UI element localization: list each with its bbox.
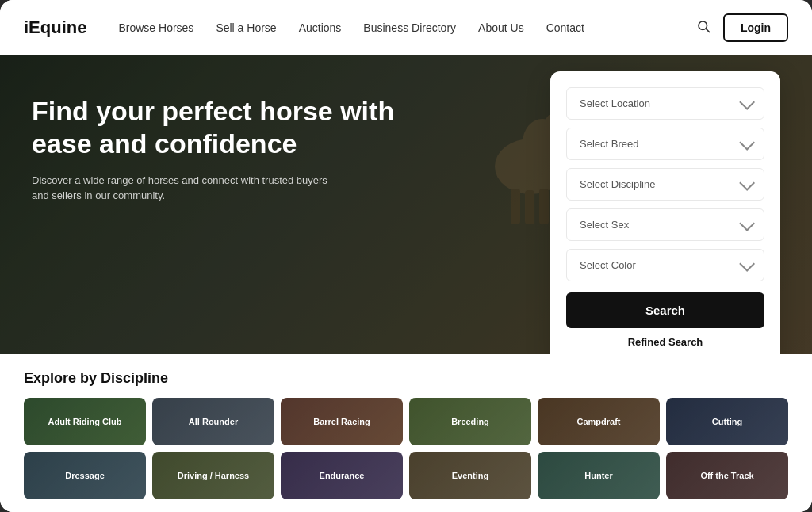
discipline-label: Adult Riding Club xyxy=(45,415,125,429)
select-label-discipline: Select Discipline xyxy=(580,178,655,190)
discipline-label: All Rounder xyxy=(186,415,241,429)
select-discipline[interactable]: Select Discipline xyxy=(566,168,764,201)
select-breed[interactable]: Select Breed xyxy=(566,128,764,160)
chevron-down-icon xyxy=(739,215,755,231)
discipline-card-overlay: Off the Track xyxy=(666,452,788,499)
discipline-grid-row2: DressageDriving / HarnessEnduranceEventi… xyxy=(24,452,788,499)
search-icon[interactable] xyxy=(696,19,710,36)
navbar: iEquine Browse HorsesSell a HorseAuction… xyxy=(0,0,812,55)
discipline-label: Cutting xyxy=(709,415,745,429)
select-color[interactable]: Select Color xyxy=(566,249,764,281)
nav-link-contact[interactable]: Contact xyxy=(546,21,584,34)
select-location[interactable]: Select Location xyxy=(566,87,764,120)
discipline-card-overlay: Hunter xyxy=(538,452,660,499)
discipline-label: Campdraft xyxy=(573,415,623,429)
discipline-card[interactable]: Hunter xyxy=(538,452,660,499)
discipline-label: Driving / Harness xyxy=(174,468,252,483)
discipline-card-overlay: Cutting xyxy=(666,398,788,445)
select-label-location: Select Location xyxy=(580,97,650,109)
nav-link-auctions[interactable]: Auctions xyxy=(299,21,342,34)
discipline-card-overlay: Dressage xyxy=(24,452,146,499)
discipline-card-overlay: Driving / Harness xyxy=(152,452,274,499)
discipline-label: Endurance xyxy=(316,468,368,483)
nav-link-business-directory[interactable]: Business Directory xyxy=(363,21,456,34)
discipline-label: Breeding xyxy=(448,415,492,429)
hero-section: Find your perfect horse with ease and co… xyxy=(0,55,812,354)
nav-link-about-us[interactable]: About Us xyxy=(478,21,524,34)
discipline-card-overlay: Eventing xyxy=(409,452,531,499)
login-button[interactable]: Login xyxy=(723,13,788,42)
explore-section: Explore by Discipline Adult Riding ClubA… xyxy=(0,354,812,512)
select-sex[interactable]: Select Sex xyxy=(566,208,764,241)
discipline-label: Dressage xyxy=(62,468,108,483)
discipline-card-overlay: Endurance xyxy=(281,452,403,499)
select-label-breed: Select Breed xyxy=(580,138,638,150)
chevron-down-icon xyxy=(739,255,755,271)
navbar-actions: Login xyxy=(696,13,788,42)
discipline-grid-row1: Adult Riding ClubAll RounderBarrel Racin… xyxy=(24,398,788,445)
discipline-label: Off the Track xyxy=(697,468,756,483)
search-button[interactable]: Search xyxy=(566,292,764,328)
discipline-card-overlay: Barrel Racing xyxy=(281,398,403,445)
explore-title: Explore by Discipline xyxy=(24,370,788,387)
discipline-card[interactable]: Dressage xyxy=(24,452,146,499)
discipline-card[interactable]: Eventing xyxy=(409,452,531,499)
brand-logo[interactable]: iEquine xyxy=(24,17,86,38)
search-panel: Select LocationSelect BreedSelect Discip… xyxy=(550,71,780,354)
discipline-card[interactable]: Adult Riding Club xyxy=(24,398,146,445)
svg-rect-6 xyxy=(525,190,534,224)
select-label-color: Select Color xyxy=(580,259,636,271)
svg-line-1 xyxy=(706,29,709,32)
discipline-card-overlay: Campdraft xyxy=(538,398,660,445)
discipline-card[interactable]: Barrel Racing xyxy=(281,398,403,445)
discipline-card[interactable]: Off the Track xyxy=(666,452,788,499)
discipline-label: Eventing xyxy=(449,468,492,483)
discipline-card-overlay: All Rounder xyxy=(152,398,274,445)
discipline-card-overlay: Adult Riding Club xyxy=(24,398,146,445)
discipline-card-overlay: Breeding xyxy=(409,398,531,445)
discipline-card[interactable]: Endurance xyxy=(281,452,403,499)
hero-subtitle: Discover a wide range of horses and conn… xyxy=(32,173,333,204)
nav-link-sell-horse[interactable]: Sell a Horse xyxy=(216,21,276,34)
hero-title: Find your perfect horse with ease and co… xyxy=(32,95,415,160)
discipline-card[interactable]: All Rounder xyxy=(152,398,274,445)
discipline-label: Hunter xyxy=(581,468,615,483)
discipline-label: Barrel Racing xyxy=(310,415,373,429)
nav-link-browse-horses[interactable]: Browse Horses xyxy=(118,21,193,34)
chevron-down-icon xyxy=(739,94,755,109)
refined-search-link[interactable]: Refined Search xyxy=(566,336,764,348)
discipline-card[interactable]: Campdraft xyxy=(538,398,660,445)
svg-rect-5 xyxy=(511,189,520,224)
select-label-sex: Select Sex xyxy=(580,219,629,231)
svg-rect-7 xyxy=(539,189,549,224)
nav-links: Browse HorsesSell a HorseAuctionsBusines… xyxy=(118,21,695,34)
chevron-down-icon xyxy=(739,174,755,190)
hero-content: Find your perfect horse with ease and co… xyxy=(0,55,446,243)
discipline-card[interactable]: Cutting xyxy=(666,398,788,445)
discipline-card[interactable]: Driving / Harness xyxy=(152,452,274,499)
chevron-down-icon xyxy=(739,134,755,150)
discipline-card[interactable]: Breeding xyxy=(409,398,531,445)
